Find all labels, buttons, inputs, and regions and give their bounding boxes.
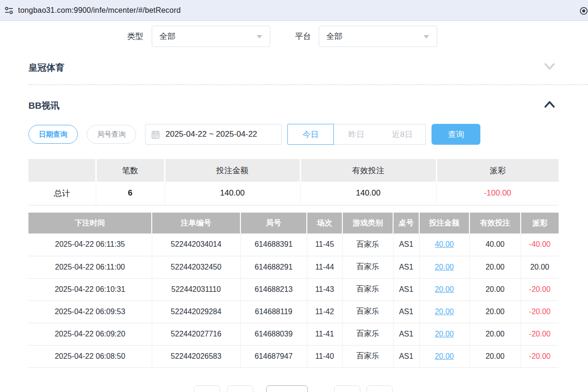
chevron-up-icon[interactable] (542, 99, 557, 110)
pagination-current-page[interactable]: 1 (266, 385, 308, 392)
slip-number-cell: 522442031110 (152, 278, 240, 300)
valid-bet-cell: 20.00 (469, 256, 521, 278)
section-title-crown-sports: 皇冠体育 (28, 62, 64, 74)
date-query-tab[interactable]: 日期查询 (28, 125, 78, 144)
bet-amount-link[interactable]: 20.00 (435, 308, 454, 316)
session-cell: 11-45 (307, 233, 342, 256)
table-row: 2025-04-22 06:11:35522442034014614688391… (28, 233, 559, 256)
search-button[interactable]: 查询 (432, 124, 480, 145)
game-type-cell: 百家乐 (342, 256, 393, 278)
site-settings-icon[interactable] (0, 6, 18, 15)
round-number-cell: 614687947 (240, 345, 307, 367)
pagination-prev-button[interactable]: ‹ (227, 385, 253, 392)
valid-bet-cell: 20.00 (469, 278, 521, 300)
browser-address-bar[interactable]: tongbao31.com:9900/infe/mcenter/#/betRec… (0, 0, 588, 21)
table-row: 2025-04-22 06:09:53522442029284614688119… (28, 300, 559, 323)
summary-header-valid-bet: 有效投注 (300, 159, 436, 182)
summary-total-row: 总计 6 140.00 140.00 -100.00 (28, 182, 559, 205)
bet-time-cell: 2025-04-22 06:11:35 (28, 233, 152, 256)
bet-amount-cell: 20.00 (419, 345, 469, 367)
bet-table-header-row: 下注时间 注单编号 局号 场次 游戏类别 桌号 投注金额 有效投注 派彩 (28, 213, 559, 233)
summary-header-bet-amount: 投注金额 (165, 159, 300, 182)
game-type-cell: 百家乐 (342, 278, 393, 300)
game-type-cell: 百家乐 (342, 323, 393, 345)
header-valid-bet: 有效投注 (469, 213, 521, 233)
type-select[interactable]: 全部 (152, 26, 270, 47)
last-8-days-button[interactable]: 近8日 (379, 124, 426, 145)
pagination-last-button[interactable]: » (367, 385, 393, 392)
game-type-cell: 百家乐 (342, 300, 393, 323)
bet-amount-cell: 20.00 (419, 323, 469, 345)
bet-amount-cell: 20.00 (419, 300, 469, 323)
pagination-first-button[interactable]: « (194, 385, 220, 392)
summary-bet-amount-value: 140.00 (165, 182, 300, 205)
payout-cell: -20.00 (521, 345, 559, 367)
slip-number-cell: 522442027716 (152, 323, 240, 345)
payout-cell: 20.00 (521, 256, 559, 278)
chevron-down-icon (257, 35, 262, 38)
bet-time-cell: 2025-04-22 06:10:31 (28, 278, 152, 300)
slip-number-cell: 522442026583 (152, 345, 240, 367)
calendar-icon (151, 130, 160, 139)
platform-select[interactable]: 全部 (319, 26, 437, 47)
round-number-cell: 614688039 (240, 323, 307, 345)
section-title-bb-video: BB视讯 (28, 100, 59, 112)
round-number-cell: 614688291 (240, 256, 307, 278)
table-row: 2025-04-22 06:11:00522442032450614688291… (28, 256, 559, 278)
bet-amount-cell: 20.00 (419, 278, 469, 300)
header-game-type: 游戏类别 (342, 213, 393, 233)
url-text[interactable]: tongbao31.com:9900/infe/mcenter/#/betRec… (18, 6, 181, 15)
header-slip-number: 注单编号 (152, 213, 240, 233)
header-bet-amount: 投注金额 (419, 213, 469, 233)
bet-amount-cell: 40.00 (419, 233, 469, 256)
type-filter-label: 类型 (127, 31, 143, 42)
bet-record-page: tongbao31.com:9900/infe/mcenter/#/betRec… (0, 0, 588, 392)
table-number-cell: AS1 (393, 323, 419, 345)
bet-amount-link[interactable]: 20.00 (435, 330, 454, 338)
summary-count-value: 6 (96, 182, 165, 205)
pagination-next-button[interactable]: › (334, 385, 360, 392)
chevron-down-icon (423, 35, 429, 38)
bet-record-table: 下注时间 注单编号 局号 场次 游戏类别 桌号 投注金额 有效投注 派彩 202… (28, 213, 559, 368)
type-select-value: 全部 (159, 31, 175, 42)
game-type-cell: 百家乐 (342, 233, 393, 256)
header-table-number: 桌号 (393, 213, 419, 233)
summary-table: 笔数 投注金额 有效投注 派彩 总计 6 140.00 140.00 -100.… (28, 159, 559, 205)
yesterday-button[interactable]: 昨日 (333, 124, 380, 145)
header-bet-time: 下注时间 (28, 213, 152, 233)
chevron-down-icon[interactable] (542, 61, 557, 72)
summary-header-empty (28, 159, 96, 182)
header-payout: 派彩 (521, 213, 559, 233)
bet-amount-link[interactable]: 40.00 (435, 240, 454, 248)
section-divider (28, 84, 588, 85)
summary-header-count: 笔数 (96, 159, 165, 182)
payout-cell: -20.00 (521, 278, 559, 300)
slip-number-cell: 522442034014 (152, 233, 240, 256)
round-number-cell: 614688391 (240, 233, 307, 256)
summary-header-row: 笔数 投注金额 有效投注 派彩 (28, 159, 559, 182)
table-number-cell: AS1 (393, 300, 419, 323)
game-type-cell: 百家乐 (342, 345, 393, 367)
table-row: 2025-04-22 06:08:50522442026583614687947… (28, 345, 559, 367)
today-button[interactable]: 今日 (287, 124, 334, 145)
bet-amount-link[interactable]: 20.00 (435, 285, 454, 293)
bet-amount-link[interactable]: 20.00 (435, 263, 454, 271)
round-number-cell: 614688213 (240, 278, 307, 300)
target-icon[interactable] (579, 6, 588, 16)
session-cell: 11-41 (307, 323, 342, 345)
bet-time-cell: 2025-04-22 06:11:00 (28, 256, 152, 278)
session-cell: 11-42 (307, 300, 342, 323)
round-query-tab[interactable]: 局号查询 (87, 125, 136, 144)
platform-filter-label: 平台 (295, 31, 311, 42)
date-range-value: 2025-04-22 ~ 2025-04-22 (165, 130, 257, 139)
bet-time-cell: 2025-04-22 06:09:20 (28, 323, 152, 345)
table-row: 2025-04-22 06:09:20522442027716614688039… (28, 323, 559, 345)
slip-number-cell: 522442029284 (152, 300, 240, 323)
date-range-input[interactable]: 2025-04-22 ~ 2025-04-22 (145, 124, 282, 145)
valid-bet-cell: 40.00 (469, 233, 521, 256)
table-number-cell: AS1 (393, 345, 419, 367)
summary-header-payout: 派彩 (436, 159, 559, 182)
header-session: 场次 (307, 213, 342, 233)
payout-cell: -40.00 (521, 233, 559, 256)
bet-amount-link[interactable]: 20.00 (435, 352, 454, 360)
